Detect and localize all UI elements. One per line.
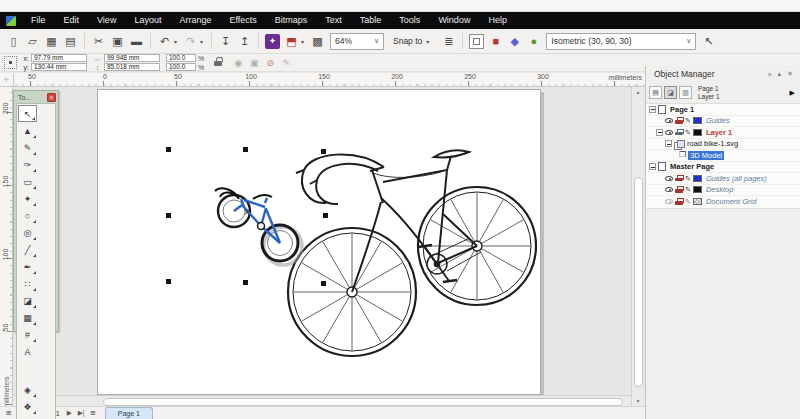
collapse-icon[interactable]: [649, 163, 656, 170]
undo-dropdown-icon[interactable]: ▾: [174, 38, 181, 45]
layer-manager-view-icon[interactable]: ▤: [649, 86, 662, 99]
menu-window[interactable]: Window: [429, 12, 479, 29]
pick-tool[interactable]: ↖: [18, 105, 37, 122]
selection-handle[interactable]: [321, 281, 326, 286]
new-document-icon[interactable]: ▯: [5, 33, 22, 50]
printer-icon[interactable]: [675, 129, 683, 136]
sphere-3d-icon[interactable]: ●: [525, 33, 542, 50]
lock-ratio-icon[interactable]: [214, 59, 222, 66]
crop-tool[interactable]: #: [18, 326, 37, 343]
pencil-icon[interactable]: ✎: [685, 175, 691, 182]
menu-view[interactable]: View: [88, 12, 125, 29]
pencil-icon[interactable]: ✎: [685, 198, 691, 205]
selection-handle[interactable]: [166, 147, 171, 152]
export-icon[interactable]: ↥: [236, 33, 253, 50]
import-icon[interactable]: ↧: [217, 33, 234, 50]
menu-help[interactable]: Help: [479, 12, 516, 29]
selection-handle[interactable]: [166, 279, 171, 284]
tree-row-master-page[interactable]: Master Page: [646, 162, 800, 174]
visibility-eye-icon[interactable]: [665, 130, 673, 135]
extrude-tool[interactable]: ◈: [18, 381, 37, 398]
pointer-tool-icon[interactable]: ↖: [700, 33, 717, 50]
x-position-field[interactable]: 97.79 mm: [31, 54, 87, 62]
printer-icon[interactable]: [675, 117, 683, 124]
welcome-screen-icon[interactable]: ⬒: [283, 33, 300, 50]
cut-icon[interactable]: ✂: [90, 33, 107, 50]
print-icon[interactable]: ▤: [62, 33, 79, 50]
menu-edit[interactable]: Edit: [55, 12, 89, 29]
tree-row-guides-all[interactable]: ✎ Guides (all pages): [646, 173, 800, 185]
menu-table[interactable]: Table: [351, 12, 391, 29]
wireframe-view-button[interactable]: [469, 34, 484, 49]
collapse-icon[interactable]: [665, 140, 672, 147]
shape-tool[interactable]: ▲: [18, 122, 37, 139]
layer-color-swatch[interactable]: [693, 129, 702, 136]
collapse-icon[interactable]: [649, 106, 656, 113]
redo-icon[interactable]: ↷: [182, 33, 199, 50]
selection-handle[interactable]: [243, 280, 248, 285]
add-page-icon[interactable]: ⊞: [87, 409, 98, 417]
ellipse-tool[interactable]: ○: [18, 207, 37, 224]
spiral-tool[interactable]: ◎: [18, 224, 37, 241]
rotate-angle-icon[interactable]: ◉: [230, 58, 246, 68]
add-page-icon[interactable]: ⊞: [3, 409, 14, 417]
selection-handle[interactable]: [323, 213, 328, 218]
next-page-icon[interactable]: ▶: [64, 409, 75, 417]
menu-file[interactable]: File: [22, 12, 55, 29]
remove-icon[interactable]: ⊘: [262, 58, 278, 68]
selection-handle[interactable]: [321, 149, 326, 154]
docker-collapse-icon[interactable]: ▴: [775, 70, 785, 78]
polygon-tool[interactable]: ✦: [18, 190, 37, 207]
width-field[interactable]: 99.948 mm: [104, 54, 160, 62]
tree-row-page1[interactable]: Page 1: [646, 104, 800, 116]
fill-tool[interactable]: ◧: [18, 415, 37, 419]
shield-3d-icon[interactable]: ◆: [506, 33, 523, 50]
pencil-icon[interactable]: ✎: [685, 117, 691, 124]
blue-bike-3d-model[interactable]: [215, 188, 302, 265]
visibility-eye-icon[interactable]: [665, 176, 673, 181]
snap-to-dropdown[interactable]: Snap to ▾: [389, 33, 437, 50]
paste-icon[interactable]: ▬: [128, 33, 145, 50]
layer-color-swatch[interactable]: [693, 186, 702, 193]
printer-icon[interactable]: [675, 175, 683, 182]
open-icon[interactable]: ▱: [24, 33, 41, 50]
selection-handle[interactable]: [243, 147, 248, 152]
text-tool[interactable]: A: [18, 343, 37, 360]
menu-text[interactable]: Text: [316, 12, 351, 29]
docker-close-icon[interactable]: ✕: [784, 70, 796, 78]
application-launcher-icon[interactable]: ✦: [265, 34, 280, 49]
projection-combo[interactable]: Isometric (30, 90, 30) ∨: [546, 33, 696, 50]
visibility-eye-icon[interactable]: [665, 187, 673, 192]
scale-y-field[interactable]: 100.0: [166, 63, 196, 71]
menu-tools[interactable]: Tools: [390, 12, 429, 29]
ruler-origin-button[interactable]: ⊹: [0, 73, 14, 87]
layer-color-swatch[interactable]: [693, 117, 702, 124]
artistic-media-tool[interactable]: ✑: [18, 156, 37, 173]
pencil-icon[interactable]: ✎: [685, 186, 691, 193]
copy-icon[interactable]: ▣: [109, 33, 126, 50]
docker-menu-icon[interactable]: »: [765, 71, 775, 78]
line-tool[interactable]: ╱: [18, 241, 37, 258]
page-tab[interactable]: Page 1: [105, 407, 153, 419]
scroll-down-icon[interactable]: ▼: [632, 396, 644, 406]
horizontal-scroll-thumb[interactable]: [103, 398, 623, 406]
undo-icon[interactable]: ↶: [156, 33, 173, 50]
blend-tool[interactable]: ❖: [18, 398, 37, 415]
y-position-field[interactable]: 130.44 mm: [31, 63, 87, 71]
printer-icon[interactable]: [675, 186, 683, 193]
selection-handle[interactable]: [166, 213, 171, 218]
tree-row-desktop[interactable]: ✎ Desktop: [646, 185, 800, 197]
height-field[interactable]: 85.018 mm: [104, 63, 160, 71]
options-list-icon[interactable]: ≣: [440, 33, 457, 50]
corel-connect-icon[interactable]: ▩: [309, 33, 326, 50]
tree-row-guides[interactable]: ✎ Guides: [646, 116, 800, 128]
docker-flyout-icon[interactable]: ▶: [790, 89, 797, 97]
edit-icon[interactable]: ✎: [278, 58, 294, 68]
rectangle-tool[interactable]: ▭: [18, 173, 37, 190]
menu-effects[interactable]: Effects: [220, 12, 265, 29]
menu-arrange[interactable]: Arrange: [170, 12, 220, 29]
current-layer-view-icon[interactable]: ◪: [664, 86, 677, 99]
redo-dropdown-icon[interactable]: ▾: [200, 38, 207, 45]
visibility-eye-icon[interactable]: [665, 199, 673, 204]
layer-color-swatch[interactable]: [693, 175, 702, 182]
